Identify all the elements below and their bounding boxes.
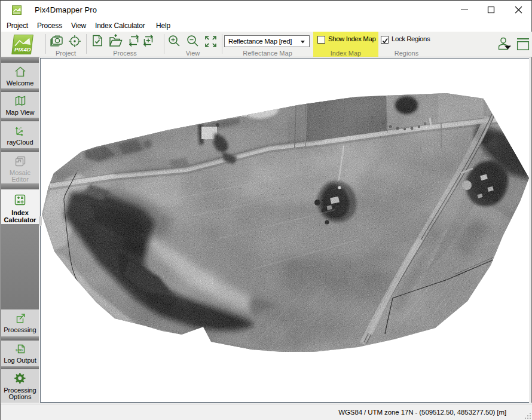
- svg-text:LOG: LOG: [16, 348, 23, 352]
- svg-text:PIX4D: PIX4D: [14, 46, 31, 53]
